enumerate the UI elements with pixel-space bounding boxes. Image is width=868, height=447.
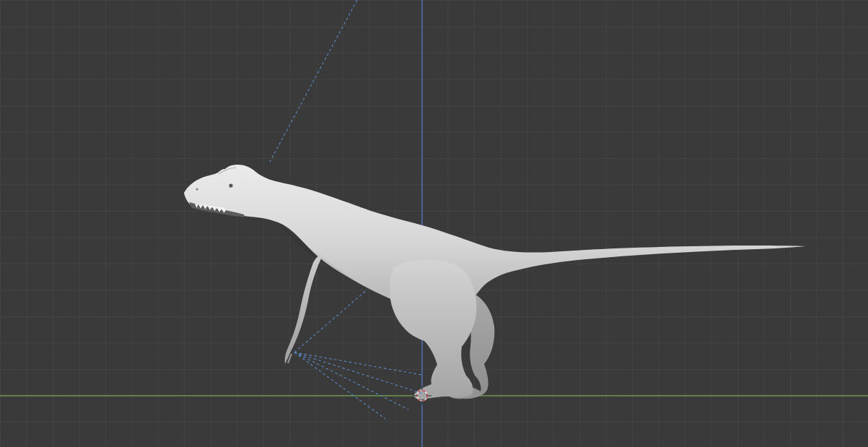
dinosaur-model[interactable] xyxy=(184,165,806,399)
relationship-line xyxy=(294,352,408,409)
relationship-line xyxy=(294,352,421,375)
3d-viewport[interactable] xyxy=(0,0,868,447)
relationship-line xyxy=(294,352,385,419)
relationship-line xyxy=(270,0,357,162)
relationship-line xyxy=(294,352,425,394)
dinosaur-arm xyxy=(285,254,323,364)
dinosaur-near-leg xyxy=(390,259,476,399)
dinosaur-body xyxy=(184,165,806,311)
dinosaur-nostril xyxy=(196,188,198,190)
dinosaur-eye xyxy=(229,183,232,187)
